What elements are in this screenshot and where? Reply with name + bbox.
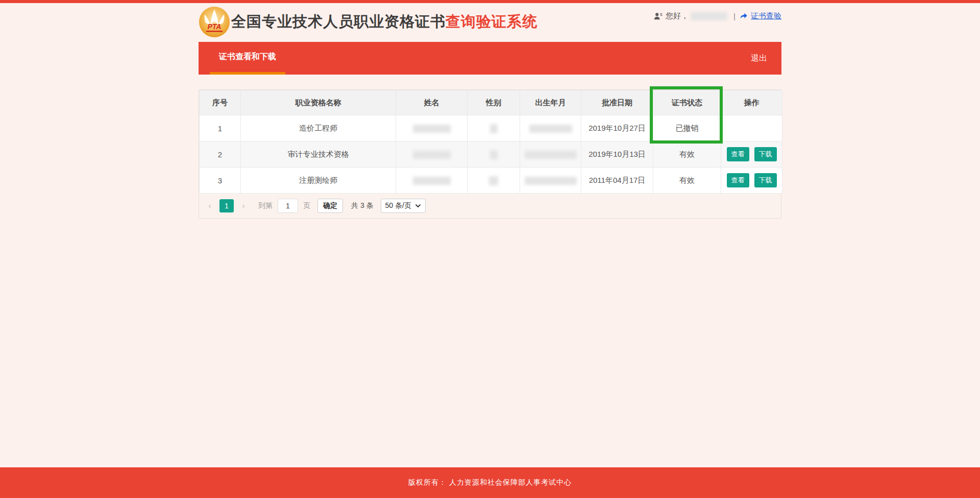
- page-title: 全国专业技术人员职业资格证书查询验证系统: [231, 12, 537, 32]
- cell-status: 有效: [653, 168, 721, 194]
- greeting-label: 您好，: [666, 11, 689, 21]
- download-button[interactable]: 下载: [754, 173, 777, 187]
- cell-actions: 查看下载: [721, 141, 782, 168]
- footer: 版权所有： 人力资源和社会保障部人事考试中心: [0, 467, 980, 498]
- col-header-qualification: 职业资格名称: [241, 90, 396, 115]
- certificate-table: 序号 职业资格名称 姓名 性别 出生年月 批准日期 证书状态 操作 1 造价工程…: [199, 90, 782, 194]
- copyright-text: 版权所有： 人力资源和社会保障部人事考试中心: [408, 478, 572, 487]
- redacted-username: [691, 12, 727, 20]
- cell-qualification: 注册测绘师: [241, 168, 396, 194]
- col-header-birth: 出生年月: [520, 90, 581, 115]
- page-size-value: 50 条/页: [385, 201, 411, 210]
- col-header-name: 姓名: [396, 90, 468, 115]
- cell-birth: [520, 115, 581, 141]
- col-header-status: 证书状态: [653, 90, 721, 115]
- redacted-birth-date: [529, 125, 572, 133]
- view-button[interactable]: 查看: [727, 147, 749, 161]
- cell-birth: [520, 168, 581, 194]
- goto-page-prefix: 到第: [258, 201, 273, 210]
- table-header-row: 序号 职业资格名称 姓名 性别 出生年月 批准日期 证书状态 操作: [200, 90, 782, 115]
- redacted-name: [413, 177, 451, 185]
- cell-qualification: 审计专业技术资格: [241, 141, 396, 168]
- certificate-verify-link[interactable]: 证书查验: [740, 11, 781, 21]
- table-row: 1 造价工程师 2019年10月27日 已撤销: [200, 115, 782, 141]
- cell-approval-date: 2011年04月17日: [581, 168, 653, 194]
- pagination-bar: ‹ 1 › 到第 页 确定 共 3 条 50 条/页: [199, 194, 781, 218]
- tab-view-download-label: 证书查看和下载: [219, 52, 276, 62]
- navbar: 证书查看和下载 退出: [199, 42, 781, 75]
- cell-name: [396, 141, 468, 168]
- cell-index: 1: [200, 115, 241, 141]
- page-header: PTA 全国专业技术人员职业资格证书查询验证系统 您好， | 证书查验: [199, 3, 781, 42]
- pta-logo: PTA: [199, 6, 230, 38]
- cell-name: [396, 168, 468, 194]
- col-header-approval-date: 批准日期: [581, 90, 653, 115]
- cell-gender: [468, 141, 520, 168]
- next-page-button[interactable]: ›: [237, 201, 250, 211]
- view-button[interactable]: 查看: [727, 173, 749, 187]
- logout-button[interactable]: 退出: [751, 42, 767, 75]
- current-page-button[interactable]: 1: [219, 199, 234, 212]
- col-header-actions: 操作: [721, 90, 782, 115]
- brand: PTA 全国专业技术人员职业资格证书查询验证系统: [199, 6, 537, 38]
- user-icon: [653, 12, 663, 21]
- user-box: 您好， | 证书查验: [653, 11, 781, 21]
- confirm-page-button[interactable]: 确定: [317, 199, 343, 213]
- page-title-accent: 查询验证系统: [446, 13, 537, 30]
- table-row: 3 注册测绘师 2011年04月17日 有效 查看下载: [200, 168, 782, 194]
- cell-status: 有效: [653, 141, 721, 168]
- cell-birth: [520, 141, 581, 168]
- cell-status: 已撤销: [653, 115, 721, 141]
- cell-actions: 查看下载: [721, 168, 782, 194]
- page-size-select[interactable]: 50 条/页: [381, 199, 426, 213]
- prev-page-button[interactable]: ‹: [203, 201, 216, 211]
- forward-arrow-icon: [740, 12, 748, 20]
- cell-qualification: 造价工程师: [241, 115, 396, 141]
- redacted-birth-date: [525, 177, 577, 185]
- redacted-birth-date: [525, 151, 577, 159]
- page-title-main: 全国专业技术人员职业资格证书: [231, 13, 446, 30]
- chevron-down-icon: [415, 203, 421, 209]
- cell-actions: [721, 115, 782, 141]
- logout-label: 退出: [751, 53, 767, 64]
- goto-page-suffix: 页: [303, 201, 310, 210]
- cell-index: 3: [200, 168, 241, 194]
- total-count-label: 共 3 条: [351, 201, 374, 210]
- certificate-table-container: 序号 职业资格名称 姓名 性别 出生年月 批准日期 证书状态 操作 1 造价工程…: [199, 89, 781, 219]
- cell-index: 2: [200, 141, 241, 168]
- download-button[interactable]: 下载: [754, 147, 777, 161]
- page-number-input[interactable]: [278, 199, 298, 213]
- cell-gender: [468, 115, 520, 141]
- separator: |: [733, 12, 736, 20]
- table-row: 2 审计专业技术资格 2019年10月13日 有效 查看下载: [200, 141, 782, 168]
- main-content: 序号 职业资格名称 姓名 性别 出生年月 批准日期 证书状态 操作 1 造价工程…: [199, 89, 781, 219]
- cell-approval-date: 2019年10月27日: [581, 115, 653, 141]
- tab-view-download[interactable]: 证书查看和下载: [210, 42, 285, 75]
- cell-name: [396, 115, 468, 141]
- cell-approval-date: 2019年10月13日: [581, 141, 653, 168]
- redacted-name: [413, 151, 451, 159]
- svg-text:PTA: PTA: [208, 22, 222, 31]
- col-header-gender: 性别: [468, 90, 520, 115]
- col-header-index: 序号: [200, 90, 241, 115]
- redacted-gender: [490, 150, 498, 159]
- redacted-gender: [489, 176, 498, 185]
- cell-gender: [468, 168, 520, 194]
- redacted-gender: [490, 124, 498, 133]
- verify-link-label: 证书查验: [751, 11, 781, 21]
- redacted-name: [413, 125, 451, 133]
